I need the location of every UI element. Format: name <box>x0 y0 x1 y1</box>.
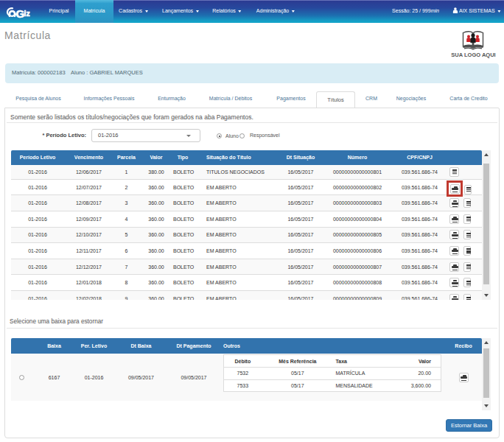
svg-text:G: G <box>16 7 25 19</box>
svg-text:iz: iz <box>24 9 30 18</box>
